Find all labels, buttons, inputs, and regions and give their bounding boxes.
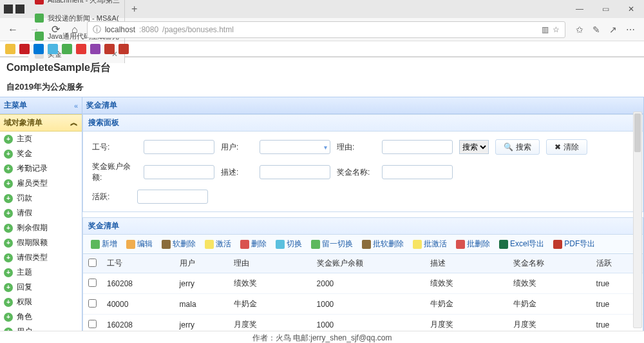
sidebar-item[interactable]: +请假类型 xyxy=(0,250,82,265)
bookmark-item[interactable] xyxy=(76,44,86,54)
sidebar-item-label: 雇员类型 xyxy=(17,178,48,189)
table-row[interactable]: 40000mala牛奶金1000牛奶金牛奶金true xyxy=(83,294,643,315)
toolbar-button[interactable]: 新增 xyxy=(87,237,121,251)
bookmark-item[interactable] xyxy=(48,44,58,54)
search-button[interactable]: 🔍搜索 xyxy=(495,139,540,155)
toolbar-label: 批软删除 xyxy=(373,239,404,250)
combo-user[interactable]: ▾ xyxy=(260,140,330,154)
center-panel: 奖金清单 搜索面板 工号: 用户: ▾ 理由: 搜索 🔍搜索 xyxy=(82,97,644,331)
sidebar-item[interactable]: +主题 xyxy=(0,265,82,280)
toolbar-button[interactable]: 激活 xyxy=(201,237,235,251)
collapse-icon[interactable]: « xyxy=(74,102,78,110)
toolbar-label: 软删除 xyxy=(173,239,196,250)
center-body: 搜索面板 工号: 用户: ▾ 理由: 搜索 🔍搜索 ✖清除 奖金账户 xyxy=(82,114,643,331)
column-header[interactable]: 描述 xyxy=(425,254,508,273)
cell-id: 40000 xyxy=(102,294,175,315)
column-header[interactable]: 用户 xyxy=(175,254,229,273)
scrollbar-thumb[interactable] xyxy=(634,113,641,152)
toolbar-button[interactable]: 删除 xyxy=(236,237,270,251)
window-controls: — ▭ ✕ xyxy=(567,5,644,14)
sidebar-item-label: 假期限额 xyxy=(17,237,48,248)
back-button[interactable]: ← xyxy=(5,24,21,35)
sidebar-item[interactable]: +考勤记录 xyxy=(0,161,82,176)
column-header[interactable]: 奖金账户余额 xyxy=(312,254,426,273)
site-info-icon[interactable]: ⓘ xyxy=(93,24,101,35)
table-row[interactable]: 160208jerry绩效奖2000绩效奖绩效奖true xyxy=(83,273,643,294)
input-name[interactable] xyxy=(382,165,453,179)
sidebar-item[interactable]: +雇员类型 xyxy=(0,176,82,191)
sidebar-item[interactable]: +主页 xyxy=(0,132,82,146)
toolbar-button[interactable]: Excel导出 xyxy=(495,237,548,251)
sidebar-item[interactable]: +假期限额 xyxy=(0,235,82,250)
toolbar-icon xyxy=(499,240,508,249)
column-header[interactable]: 工号 xyxy=(102,254,175,273)
toolbar-button[interactable]: 编辑 xyxy=(122,237,156,251)
clear-button[interactable]: ✖清除 xyxy=(546,139,587,155)
browser-tab[interactable]: Attachment - 火鸟/第三 xyxy=(28,0,125,9)
sys-icons xyxy=(0,5,28,14)
column-header[interactable]: 奖金名称 xyxy=(508,254,591,273)
input-desc[interactable] xyxy=(260,165,330,179)
sidebar-item[interactable]: +剩余假期 xyxy=(0,220,82,235)
address-bar[interactable]: ⓘ localhost:8080/pages/bonuses.html ▥ ☆ xyxy=(87,21,565,38)
forward-button[interactable]: → xyxy=(27,24,43,35)
column-header[interactable]: 理由 xyxy=(229,254,312,273)
input-id[interactable] xyxy=(144,140,214,154)
tab-strip: Dashboard - Gitee火鸟 (jerryshensjf) - Git… xyxy=(0,0,644,18)
toolbar-button[interactable]: 留一切换 xyxy=(307,237,357,251)
row-checkbox[interactable] xyxy=(88,279,97,287)
bookmark-item[interactable] xyxy=(33,44,44,54)
scrollbar[interactable] xyxy=(633,112,642,328)
search-form: 工号: 用户: ▾ 理由: 搜索 🔍搜索 ✖清除 奖金账户余额: xyxy=(83,132,643,211)
bookmark-item[interactable] xyxy=(90,44,100,54)
toolbar-button[interactable]: 软删除 xyxy=(158,237,200,251)
sidebar-item[interactable]: +罚款 xyxy=(0,191,82,206)
plus-icon: + xyxy=(4,194,13,203)
more-icon[interactable]: ⋯ xyxy=(626,24,635,35)
toolbar-button[interactable]: 批激活 xyxy=(409,237,451,251)
bookmark-item[interactable] xyxy=(104,44,115,54)
toolbar-button[interactable]: PDF导出 xyxy=(549,237,599,251)
grid-title: 奖金清单 xyxy=(83,218,643,235)
reader-icon[interactable]: ▥ xyxy=(542,25,549,34)
close-window-button[interactable]: ✕ xyxy=(618,5,644,14)
minimize-button[interactable]: — xyxy=(567,5,592,14)
bookmark-item[interactable] xyxy=(5,44,15,54)
bookmark-item[interactable] xyxy=(19,44,30,54)
sidebar-item[interactable]: +奖金 xyxy=(0,146,82,161)
toolbar-button[interactable]: 切换 xyxy=(272,237,306,251)
new-tab-button[interactable]: + xyxy=(125,3,144,15)
notes-icon[interactable]: ✎ xyxy=(592,24,600,35)
maximize-button[interactable]: ▭ xyxy=(592,5,618,14)
toolbar-button[interactable]: 批软删除 xyxy=(358,237,408,251)
sidebar-item[interactable]: +回复 xyxy=(0,280,82,295)
favicon xyxy=(35,0,44,5)
select-all-checkbox[interactable] xyxy=(88,259,97,267)
home-button[interactable]: ⌂ xyxy=(69,24,80,35)
grid-toolbar: 新增编辑软删除激活删除切换留一切换批软删除批激活批删除Excel导出PDF导出 xyxy=(83,235,643,254)
page-subtitle: 自2019年为公众服务 xyxy=(0,79,644,97)
bookmark-item[interactable] xyxy=(118,44,129,54)
input-reason[interactable] xyxy=(382,140,453,154)
favorite-icon[interactable]: ☆ xyxy=(553,25,560,34)
browser-chrome: Dashboard - Gitee火鸟 (jerryshensjf) - Git… xyxy=(0,0,644,57)
bookmark-item[interactable] xyxy=(62,44,72,54)
sidebar-item[interactable]: +角色 xyxy=(0,309,82,324)
input-active[interactable] xyxy=(137,190,208,204)
sidebar-item[interactable]: +请假 xyxy=(0,206,82,220)
sidebar-item-label: 主页 xyxy=(17,133,32,144)
sidebar-item[interactable]: +权限 xyxy=(0,295,82,309)
table-row[interactable]: 160208jerry月度奖1000月度奖月度奖true xyxy=(83,315,643,331)
share-icon[interactable]: ↗ xyxy=(609,24,617,35)
row-checkbox[interactable] xyxy=(88,320,97,328)
center-header: 奖金清单 xyxy=(82,97,643,114)
sidebar-item[interactable]: +用户 xyxy=(0,324,82,331)
input-balance[interactable] xyxy=(144,165,214,179)
toolbar-button[interactable]: 批删除 xyxy=(452,237,494,251)
row-checkbox[interactable] xyxy=(88,299,97,308)
cell-balance: 2000 xyxy=(312,273,426,294)
refresh-button[interactable]: ⟳ xyxy=(49,23,62,35)
favorites-icon[interactable]: ✩ xyxy=(576,24,583,35)
accordion-header[interactable]: 域对象清单 ︽ xyxy=(0,114,82,132)
search-mode-select[interactable]: 搜索 xyxy=(459,140,489,154)
